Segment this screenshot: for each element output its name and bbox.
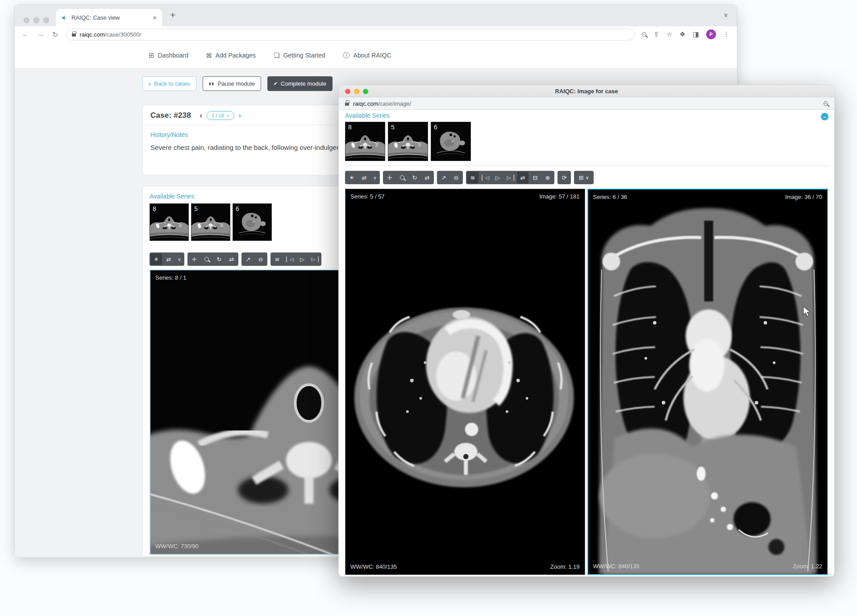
toolbar-group-refresh: ⟳	[557, 171, 571, 184]
annotation-arrow-button[interactable]: ↗	[242, 253, 254, 265]
zoom-window-button[interactable]	[43, 17, 49, 23]
tab-close-icon[interactable]: ×	[153, 14, 157, 21]
series-thumb-8[interactable]: 8	[150, 203, 189, 241]
popup-window-controls[interactable]	[345, 89, 368, 94]
book-icon: ❏	[274, 51, 279, 59]
next-case-icon[interactable]: ›	[239, 112, 241, 120]
extensions-icon[interactable]: ❖	[679, 30, 685, 38]
play-button[interactable]: ▷	[492, 172, 503, 183]
reset-loop-button[interactable]: ⇄	[421, 172, 433, 183]
close-window-button[interactable]	[24, 17, 29, 23]
skip-end-icon: ▷▕	[312, 256, 318, 262]
zoom-tool-button[interactable]	[396, 172, 408, 183]
play-button[interactable]: ▷	[296, 253, 308, 265]
nav-add-packages[interactable]: ⊠ Add Packages	[206, 51, 256, 59]
nav-getting-started[interactable]: ❏ Getting Started	[274, 51, 325, 59]
minimize-window-button[interactable]	[33, 17, 39, 23]
cine-loop-button[interactable]: ⇄	[358, 172, 370, 183]
zoom-window-button[interactable]	[363, 89, 368, 94]
brightness-icon: ☀	[349, 174, 354, 181]
popup-titlebar[interactable]: RAIQC: Image for case	[339, 85, 834, 97]
rotate-button[interactable]: ↻	[213, 253, 225, 265]
tab-overflow-icon[interactable]: ∨	[724, 12, 728, 18]
series-thumb-6[interactable]: 6	[431, 122, 471, 161]
display-options-button[interactable]: ∨	[371, 172, 379, 183]
layers-icon: ≋	[275, 256, 280, 263]
forward-icon[interactable]: →	[37, 30, 44, 38]
back-to-cases-button[interactable]: ‹ Back to cases	[142, 76, 196, 91]
series-overlay-label: Series: 6 / 36	[593, 194, 628, 200]
address-bar[interactable]: raiqc.com/case/300500/	[66, 29, 635, 41]
case-pager-dropdown[interactable]: 1 / 18 ∨	[207, 111, 234, 120]
reload-icon[interactable]: ↻	[52, 30, 58, 39]
magnifier-icon	[204, 257, 209, 261]
pan-button[interactable]: ✛	[384, 172, 395, 183]
browser-menu-icon[interactable]: ⋮	[723, 30, 730, 38]
rotate-icon: ↻	[412, 174, 417, 181]
annotation-arrow-button[interactable]: ↗	[438, 172, 449, 183]
url-path: /case/image/	[378, 100, 411, 107]
zoom-tool-button[interactable]	[201, 253, 212, 265]
ct-viewport-series-6[interactable]: Series: 6 / 36 Image: 36 / 70 WW/WC: 840…	[587, 189, 828, 575]
check-icon: ✔	[274, 81, 278, 87]
wwwc-presets-button[interactable]: ⊟	[529, 172, 541, 183]
series-thumb-5[interactable]: 5	[388, 122, 428, 161]
loop-icon: ⇄	[520, 174, 525, 181]
remove-annotation-button[interactable]: ⊖	[255, 253, 266, 265]
pan-button[interactable]: ✛	[188, 253, 200, 265]
layers-button[interactable]: ≋	[271, 253, 283, 265]
nav-about[interactable]: ⓘ About RAIQC	[343, 51, 391, 60]
side-panel-icon[interactable]: ◨	[693, 30, 699, 38]
collapse-series-button[interactable]: –	[821, 113, 828, 120]
localizer-button[interactable]: ⊕	[542, 172, 553, 183]
zoom-page-icon[interactable]	[824, 101, 828, 106]
cine-loop-button[interactable]: ⇄	[163, 253, 175, 265]
rotate-button[interactable]: ↻	[409, 172, 420, 183]
close-window-button[interactable]	[345, 89, 350, 94]
zoom-page-icon[interactable]	[642, 32, 646, 37]
nav-dashboard[interactable]: ⊞ Dashboard	[149, 51, 188, 59]
sync-loop-button[interactable]: ⇄	[517, 172, 528, 183]
wwwc-overlay-label: WW/WC: 730/90	[155, 543, 199, 550]
popup-address-bar[interactable]: raiqc.com/case/image/	[339, 97, 834, 110]
image-page: Available Series – 8 5 6 ☀	[339, 110, 834, 576]
window-controls[interactable]	[24, 17, 49, 23]
brightness-button[interactable]: ☀	[150, 253, 162, 265]
last-image-button[interactable]: ▷▕	[504, 172, 516, 183]
pause-module-button[interactable]: ▮▮ Pause module	[203, 76, 261, 91]
share-icon[interactable]: ⇧	[653, 30, 659, 38]
last-image-button[interactable]: ▷▕	[309, 253, 320, 265]
chevron-down-icon: ∨	[585, 175, 589, 181]
url-host: raiqc.com	[353, 100, 378, 107]
first-image-button[interactable]: ▏◁	[479, 172, 491, 183]
new-tab-button[interactable]: +	[170, 10, 175, 21]
minimize-window-button[interactable]	[354, 89, 359, 94]
bookmark-star-icon[interactable]: ☆	[666, 30, 672, 38]
ct-viewport-series-5[interactable]: Series: 5 / 57 Image: 57 / 181 WW/WC: 84…	[345, 189, 585, 575]
site-nav: ⊞ Dashboard ⊠ Add Packages ❏ Getting Sta…	[15, 42, 737, 68]
reset-loop-button[interactable]: ⇄	[226, 253, 237, 265]
layout-grid-button[interactable]: ⊞ ∨	[575, 172, 593, 183]
series-thumb-8[interactable]: 8	[345, 122, 385, 161]
profile-avatar[interactable]: P	[706, 29, 716, 39]
back-icon[interactable]: ←	[22, 30, 29, 38]
minus-circle-icon: ⊖	[454, 174, 459, 181]
zoom-overlay-label: Zoom: 1.19	[550, 563, 580, 570]
display-options-button[interactable]: ∨	[175, 253, 183, 265]
tab-strip: RAIQC: Case view × + ∨	[15, 5, 737, 26]
first-image-button[interactable]: ▏◁	[284, 253, 295, 265]
brightness-button[interactable]: ☀	[346, 172, 358, 183]
series-thumb-5[interactable]: 5	[191, 203, 230, 241]
remove-annotation-button[interactable]: ⊖	[450, 172, 462, 183]
complete-module-button[interactable]: ✔ Complete module	[267, 76, 333, 91]
prev-case-icon[interactable]: ‹	[200, 112, 202, 120]
image-overlay-label: Image: 36 / 70	[785, 194, 822, 200]
wwwc-overlay-label: WW/WC: 840/135	[350, 563, 397, 570]
browser-tab[interactable]: RAIQC: Case view ×	[56, 9, 162, 26]
play-icon: ▷	[495, 174, 500, 181]
arrow-ne-icon: ↗	[246, 256, 251, 263]
layers-button[interactable]: ≋	[467, 172, 478, 183]
cine-loop-icon: ⇄	[166, 256, 171, 263]
refresh-button[interactable]: ⟳	[558, 172, 570, 183]
series-thumb-6[interactable]: 6	[233, 203, 272, 241]
